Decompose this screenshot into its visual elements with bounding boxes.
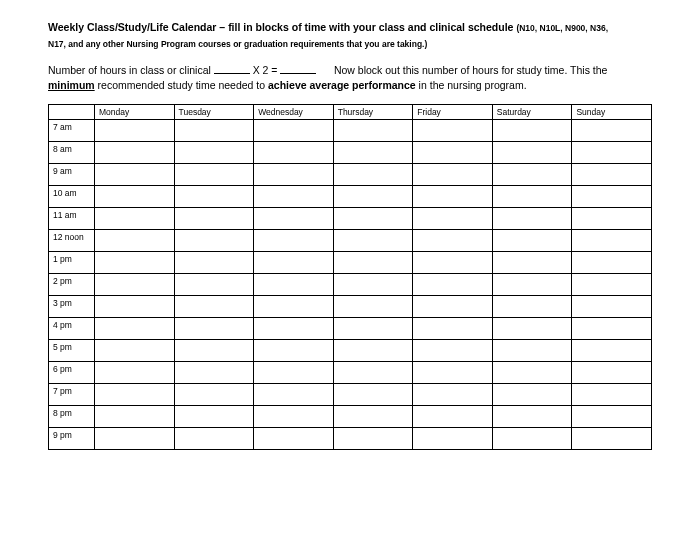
schedule-cell[interactable]: [333, 318, 413, 340]
schedule-cell[interactable]: [492, 296, 572, 318]
schedule-cell[interactable]: [572, 120, 652, 142]
schedule-cell[interactable]: [413, 296, 493, 318]
schedule-cell[interactable]: [95, 428, 175, 450]
schedule-cell[interactable]: [333, 428, 413, 450]
schedule-cell[interactable]: [492, 384, 572, 406]
schedule-cell[interactable]: [95, 208, 175, 230]
schedule-cell[interactable]: [254, 274, 334, 296]
schedule-cell[interactable]: [95, 384, 175, 406]
schedule-cell[interactable]: [572, 428, 652, 450]
schedule-cell[interactable]: [413, 186, 493, 208]
schedule-cell[interactable]: [174, 428, 254, 450]
schedule-cell[interactable]: [254, 186, 334, 208]
schedule-cell[interactable]: [492, 340, 572, 362]
schedule-cell[interactable]: [413, 142, 493, 164]
schedule-cell[interactable]: [174, 362, 254, 384]
schedule-cell[interactable]: [492, 318, 572, 340]
schedule-cell[interactable]: [492, 230, 572, 252]
schedule-cell[interactable]: [333, 230, 413, 252]
schedule-cell[interactable]: [413, 340, 493, 362]
schedule-cell[interactable]: [333, 142, 413, 164]
schedule-cell[interactable]: [492, 362, 572, 384]
schedule-cell[interactable]: [174, 120, 254, 142]
schedule-cell[interactable]: [333, 252, 413, 274]
schedule-cell[interactable]: [254, 120, 334, 142]
schedule-cell[interactable]: [254, 142, 334, 164]
schedule-cell[interactable]: [333, 186, 413, 208]
schedule-cell[interactable]: [413, 252, 493, 274]
schedule-cell[interactable]: [413, 164, 493, 186]
schedule-cell[interactable]: [174, 164, 254, 186]
hours-blank-2[interactable]: [280, 63, 316, 74]
schedule-cell[interactable]: [572, 208, 652, 230]
schedule-cell[interactable]: [174, 296, 254, 318]
schedule-cell[interactable]: [413, 428, 493, 450]
schedule-cell[interactable]: [492, 274, 572, 296]
schedule-cell[interactable]: [174, 252, 254, 274]
schedule-cell[interactable]: [572, 274, 652, 296]
schedule-cell[interactable]: [413, 230, 493, 252]
schedule-cell[interactable]: [174, 318, 254, 340]
hours-blank-1[interactable]: [214, 63, 250, 74]
schedule-cell[interactable]: [572, 230, 652, 252]
schedule-cell[interactable]: [413, 274, 493, 296]
schedule-cell[interactable]: [174, 340, 254, 362]
schedule-cell[interactable]: [95, 164, 175, 186]
schedule-cell[interactable]: [333, 384, 413, 406]
schedule-cell[interactable]: [95, 362, 175, 384]
schedule-cell[interactable]: [492, 252, 572, 274]
schedule-cell[interactable]: [95, 296, 175, 318]
schedule-cell[interactable]: [492, 164, 572, 186]
schedule-cell[interactable]: [174, 274, 254, 296]
schedule-cell[interactable]: [333, 164, 413, 186]
schedule-cell[interactable]: [95, 142, 175, 164]
schedule-cell[interactable]: [174, 208, 254, 230]
schedule-cell[interactable]: [492, 142, 572, 164]
schedule-cell[interactable]: [254, 340, 334, 362]
schedule-cell[interactable]: [254, 384, 334, 406]
schedule-cell[interactable]: [174, 186, 254, 208]
schedule-cell[interactable]: [572, 252, 652, 274]
schedule-cell[interactable]: [333, 340, 413, 362]
schedule-cell[interactable]: [254, 252, 334, 274]
schedule-cell[interactable]: [333, 274, 413, 296]
schedule-cell[interactable]: [413, 362, 493, 384]
schedule-cell[interactable]: [333, 120, 413, 142]
schedule-cell[interactable]: [492, 406, 572, 428]
schedule-cell[interactable]: [95, 274, 175, 296]
schedule-cell[interactable]: [95, 120, 175, 142]
schedule-cell[interactable]: [492, 428, 572, 450]
schedule-cell[interactable]: [333, 208, 413, 230]
schedule-cell[interactable]: [95, 340, 175, 362]
schedule-cell[interactable]: [413, 318, 493, 340]
schedule-cell[interactable]: [572, 186, 652, 208]
schedule-cell[interactable]: [572, 164, 652, 186]
schedule-cell[interactable]: [572, 296, 652, 318]
schedule-cell[interactable]: [174, 384, 254, 406]
schedule-cell[interactable]: [254, 164, 334, 186]
schedule-cell[interactable]: [254, 230, 334, 252]
schedule-cell[interactable]: [413, 384, 493, 406]
schedule-cell[interactable]: [333, 362, 413, 384]
schedule-cell[interactable]: [174, 230, 254, 252]
schedule-cell[interactable]: [254, 362, 334, 384]
schedule-cell[interactable]: [254, 318, 334, 340]
schedule-cell[interactable]: [95, 186, 175, 208]
schedule-cell[interactable]: [174, 406, 254, 428]
schedule-cell[interactable]: [492, 120, 572, 142]
schedule-cell[interactable]: [572, 142, 652, 164]
schedule-cell[interactable]: [333, 296, 413, 318]
schedule-cell[interactable]: [95, 252, 175, 274]
schedule-cell[interactable]: [492, 208, 572, 230]
schedule-cell[interactable]: [413, 208, 493, 230]
schedule-cell[interactable]: [254, 406, 334, 428]
schedule-cell[interactable]: [95, 406, 175, 428]
schedule-cell[interactable]: [95, 230, 175, 252]
schedule-cell[interactable]: [492, 186, 572, 208]
schedule-cell[interactable]: [95, 318, 175, 340]
schedule-cell[interactable]: [254, 428, 334, 450]
schedule-cell[interactable]: [254, 208, 334, 230]
schedule-cell[interactable]: [254, 296, 334, 318]
schedule-cell[interactable]: [572, 318, 652, 340]
schedule-cell[interactable]: [413, 406, 493, 428]
